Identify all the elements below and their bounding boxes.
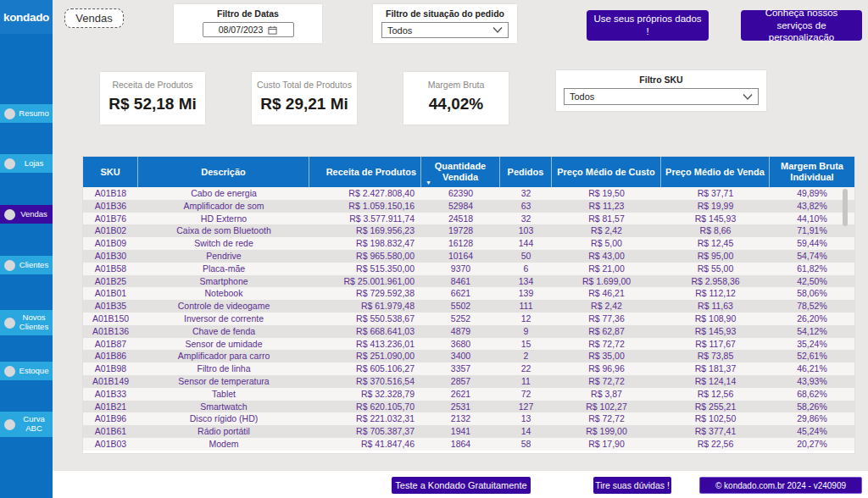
- table-cell: R$ 81,57: [552, 213, 661, 225]
- table-cell: 144: [500, 237, 552, 250]
- table-row[interactable]: A01B136Chave de fendaR$ 668.641,0348799R…: [83, 325, 854, 338]
- nav-bullet-icon: [4, 209, 15, 220]
- sidebar-item-lojas[interactable]: Lojas: [0, 154, 53, 173]
- table-cell: A01B61: [83, 425, 138, 438]
- table-row[interactable]: A01B36Amplificador de somR$ 1.059.150,16…: [83, 200, 854, 213]
- table-cell: 78,52%: [770, 300, 854, 313]
- table-cell: 50: [500, 250, 552, 263]
- table-cell: 54,74%: [770, 250, 854, 263]
- table-cell: R$ 25.001.961,00: [309, 275, 421, 288]
- sidebar-item-label: Clientes: [15, 261, 53, 270]
- column-header-quantidade-vendida[interactable]: Quantidade Vendida▼: [421, 157, 500, 187]
- table-cell: 44,10%: [770, 213, 854, 225]
- sidebar-item-vendas[interactable]: Vendas: [0, 205, 53, 224]
- table-cell: R$ 255,21: [661, 401, 770, 413]
- sidebar-item-label: Vendas: [15, 210, 53, 219]
- sidebar-item-resumo[interactable]: Resumo: [0, 104, 53, 123]
- table-cell: R$ 1.699,00: [552, 275, 661, 288]
- table-row[interactable]: A01B21SmartwatchR$ 620.105,702531127R$ 1…: [83, 401, 854, 413]
- table-cell: 52,61%: [770, 350, 854, 362]
- nav-bullet-icon: [4, 318, 15, 329]
- sidebar-item-label: Resumo: [15, 109, 53, 119]
- column-header-sku[interactable]: SKU: [83, 157, 138, 187]
- table-cell: R$ 37,71: [661, 187, 770, 200]
- table-row[interactable]: A01B18Cabo de energiaR$ 2.427.808,406239…: [83, 187, 854, 200]
- table-cell: R$ 72,72: [552, 338, 661, 351]
- table-cell: A01B150: [83, 313, 138, 325]
- table-row[interactable]: A01B96Disco rígido (HD)R$ 221.032,312132…: [83, 412, 854, 425]
- table-cell: R$ 11,23: [552, 200, 661, 213]
- column-header-margem-bruta-individual[interactable]: Margem Bruta Individual: [770, 157, 854, 187]
- page-title: Vendas: [64, 8, 124, 28]
- kpi-value: R$ 52,18 Mi: [108, 95, 197, 113]
- table-row[interactable]: A01B33TabletR$ 32.328,79262172R$ 3,87R$ …: [83, 388, 854, 401]
- table-cell: R$ 108,90: [661, 313, 770, 325]
- table-cell: R$ 729.592,38: [309, 287, 421, 300]
- table-cell: R$ 145,93: [661, 325, 770, 338]
- table-cell: R$ 35,00: [552, 350, 661, 362]
- services-button[interactable]: Conheça nossos serviços de personalizaçã…: [741, 10, 862, 41]
- table-cell: R$ 124,14: [661, 375, 770, 388]
- sidebar-item-clientes[interactable]: Clientes: [0, 256, 53, 274]
- table-cell: A01B01: [83, 287, 138, 300]
- table-cell: 16128: [421, 237, 500, 250]
- table-cell: Pendrive: [138, 250, 309, 263]
- table-cell: R$ 550.538,67: [309, 313, 421, 325]
- table-cell: R$ 72,72: [552, 375, 661, 388]
- date-value: 08/07/2023: [219, 25, 264, 35]
- table-row[interactable]: A01B25SmartphoneR$ 25.001.961,008461134R…: [83, 275, 854, 288]
- free-trial-button[interactable]: Teste a Kondado Gratuitamente: [392, 477, 531, 494]
- table-row[interactable]: A01B61Rádio portátilR$ 705.387,37194114R…: [83, 425, 854, 438]
- nav-bullet-icon: [4, 366, 15, 377]
- table-row[interactable]: A01B98Filtro de linhaR$ 605.106,27335722…: [83, 362, 854, 375]
- table-cell: Smartphone: [138, 275, 309, 288]
- table-cell: A01B96: [83, 412, 138, 425]
- table-row[interactable]: A01B02Caixa de som BluetoothR$ 169.956,2…: [83, 224, 854, 237]
- vertical-scrollbar[interactable]: [843, 189, 848, 226]
- table-row[interactable]: A01B01NotebookR$ 729.592,386621139R$ 46,…: [83, 287, 854, 300]
- column-header-preco-medio-de-venda[interactable]: Preço Médio de Venda: [661, 157, 770, 187]
- table-cell: R$ 1.059.150,16: [309, 200, 421, 213]
- table-row[interactable]: A01B86Amplificador para carroR$ 251.090,…: [83, 350, 854, 362]
- table-cell: 2: [500, 350, 552, 362]
- table-cell: 14: [500, 425, 552, 438]
- table-cell: Notebook: [138, 287, 309, 300]
- table-row[interactable]: A01B30PendriveR$ 965.580,001016450R$ 43,…: [83, 250, 854, 263]
- table-row[interactable]: A01B03ModemR$ 41.847,46186458R$ 17,90R$ …: [83, 438, 854, 451]
- table-row[interactable]: A01B149Sensor de temperaturaR$ 370.516,5…: [83, 375, 854, 388]
- table-cell: Chave de fenda: [138, 325, 309, 338]
- date-input[interactable]: 08/07/2023: [203, 22, 294, 37]
- sidebar-item-novos-clientes[interactable]: Novos Clientes: [0, 310, 53, 335]
- table-cell: 49,89%: [770, 187, 854, 200]
- table-row[interactable]: A01B35Controle de videogameR$ 61.979,485…: [83, 300, 854, 313]
- table-row[interactable]: A01B76HD ExternoR$ 3.577.911,742451832R$…: [83, 213, 854, 225]
- table-cell: R$ 370.516,54: [309, 375, 421, 388]
- table-row[interactable]: A01B150Inversor de correnteR$ 550.538,67…: [83, 313, 854, 325]
- column-header-preco-medio-de-custo[interactable]: Preço Médio de Custo: [552, 157, 661, 187]
- kpi-label: Margem Bruta: [428, 80, 485, 90]
- nav-bullet-icon: [4, 260, 15, 271]
- column-header-descricao[interactable]: Descrição: [138, 157, 309, 187]
- table-cell: 54,12%: [770, 325, 854, 338]
- order-status-select[interactable]: Todos: [381, 22, 509, 38]
- sidebar-item-estoque[interactable]: Estoque: [0, 362, 53, 380]
- table-cell: 11: [500, 375, 552, 388]
- sku-select[interactable]: Todos: [564, 88, 759, 105]
- table-row[interactable]: A01B58Placa-mãeR$ 515.350,0093706R$ 21,0…: [83, 263, 854, 275]
- table-cell: A01B35: [83, 300, 138, 313]
- table-cell: Sensor de umidade: [138, 338, 309, 351]
- sidebar-item-curva-abc[interactable]: Curva ABC: [0, 412, 53, 437]
- table-row[interactable]: A01B09Switch de redeR$ 198.832,471612814…: [83, 237, 854, 250]
- kpi-card-custo: Custo Total de Produtos R$ 29,21 Mi: [252, 72, 357, 125]
- nav-bullet-icon: [4, 419, 15, 430]
- doubts-button[interactable]: Tire suas dúvidas !: [593, 477, 671, 494]
- table-cell: R$ 145,93: [661, 213, 770, 225]
- table-cell: Amplificador para carro: [138, 350, 309, 362]
- table-cell: A01B86: [83, 350, 138, 362]
- table-cell: R$ 102,50: [661, 412, 770, 425]
- table-cell: R$ 221.032,31: [309, 412, 421, 425]
- column-header-pedidos[interactable]: Pedidos: [500, 157, 552, 187]
- use-own-data-button[interactable]: Use seus próprios dados !: [587, 10, 709, 41]
- column-header-receita-de-produtos[interactable]: Receita de Produtos: [309, 157, 421, 187]
- table-row[interactable]: A01B87Sensor de umidadeR$ 413.236,013680…: [83, 338, 854, 351]
